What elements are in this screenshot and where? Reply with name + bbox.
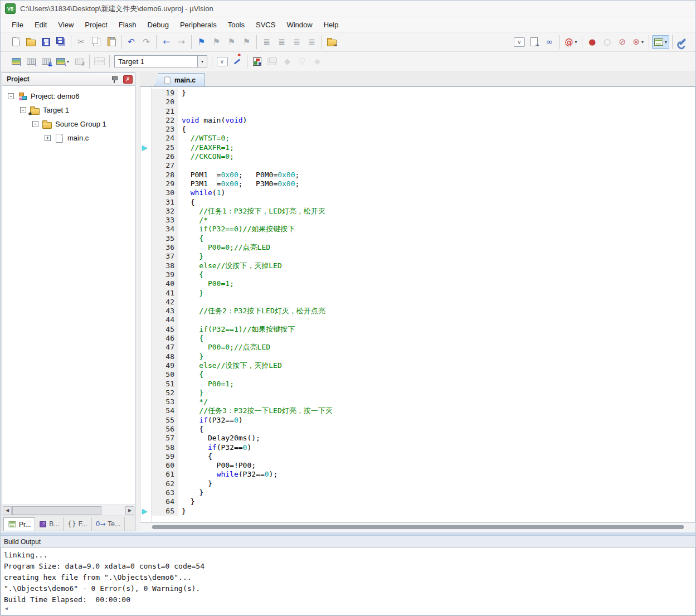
code-line: 41 }	[152, 289, 695, 298]
incremental-find-icon[interactable]: ∞	[542, 35, 556, 49]
tab-templates[interactable]: 0→Te...	[92, 517, 125, 531]
find-dialog-icon[interactable]: @▾	[562, 35, 579, 49]
menu-item-debug[interactable]: Debug	[142, 19, 174, 31]
rebuild-all-icon[interactable]	[39, 55, 53, 69]
line-number: 24	[152, 134, 178, 143]
redo-icon[interactable]: ↷	[139, 35, 153, 49]
configure-icon[interactable]	[675, 35, 689, 49]
menu-item-view[interactable]: View	[52, 19, 79, 31]
menu-item-project[interactable]: Project	[79, 19, 113, 31]
scroll-left-icon[interactable]: ◀	[3, 506, 12, 515]
tree-item-target-1[interactable]: -Target 1	[2, 103, 135, 117]
batch-build-icon[interactable]: ▾	[54, 55, 71, 69]
chevron-down-icon[interactable]: ▾	[575, 40, 577, 45]
menu-item-svcs[interactable]: SVCS	[250, 19, 281, 31]
navigate-forward-icon[interactable]: →	[174, 35, 188, 49]
disable-all-breakpoints-icon[interactable]: ⊘	[615, 35, 629, 49]
tab-templates-icon: 0→	[96, 521, 106, 527]
build-icon[interactable]	[24, 55, 38, 69]
tree-item-main-c[interactable]: +main.c	[2, 131, 135, 145]
insert-remove-breakpoint-icon[interactable]: ●	[585, 35, 599, 49]
stop-build-icon[interactable]	[72, 55, 86, 69]
chevron-down-icon[interactable]: ▾	[67, 59, 69, 64]
app-icon: V5	[5, 3, 16, 14]
tab-main-c[interactable]: main.c	[154, 73, 205, 86]
debug-windows-icon[interactable]	[265, 55, 279, 69]
target-select-combo[interactable]: Target 1▾	[114, 55, 207, 67]
line-number: 33	[152, 216, 178, 225]
line-number: 63	[152, 488, 178, 497]
paste-icon[interactable]	[104, 35, 118, 49]
vertical-splitter[interactable]	[135, 71, 140, 531]
code-text: Delay20ms();	[178, 434, 260, 443]
previous-bookmark-icon[interactable]: ⚑	[210, 35, 223, 49]
cut-icon[interactable]: ✂	[74, 35, 88, 49]
find-in-files-icon[interactable]	[325, 35, 339, 49]
project-hscrollbar[interactable]: ◀ ▶	[2, 505, 135, 516]
tab-project[interactable]: Pr...	[3, 517, 35, 531]
current-window-list-icon[interactable]: ▾	[652, 35, 669, 49]
comment-selection-icon[interactable]: ≣	[290, 35, 304, 49]
uncomment-selection-icon[interactable]: ≣	[305, 35, 319, 49]
chevron-down-icon[interactable]: ▾	[665, 40, 667, 45]
copy-icon[interactable]	[89, 35, 103, 49]
code-line: 50 {	[152, 370, 695, 379]
menu-item-edit[interactable]: Edit	[29, 19, 52, 31]
new-file-icon[interactable]	[9, 35, 23, 49]
start-stop-debug-icon[interactable]	[250, 55, 264, 69]
tree-expander-icon[interactable]: -	[32, 121, 38, 127]
enable-disable-breakpoint-icon[interactable]: ○	[600, 35, 614, 49]
code-text: }	[178, 352, 203, 361]
unindent-icon[interactable]: ≣	[275, 35, 289, 49]
open-file-icon[interactable]	[24, 35, 38, 49]
kernel-objects-icon[interactable]: ◆	[280, 55, 294, 69]
clear-bookmarks-icon[interactable]: ⚑	[240, 35, 254, 49]
build-output-hscrollbar[interactable]: ◀	[4, 605, 695, 611]
indent-icon[interactable]: ≣	[260, 35, 274, 49]
line-number: 39	[152, 270, 178, 279]
menu-item-window[interactable]: Window	[281, 19, 318, 31]
kill-all-breakpoints-icon[interactable]: ⊗▾	[630, 35, 646, 49]
find-text-combo[interactable]	[512, 35, 526, 49]
menu-item-peripherals[interactable]: Peripherals	[174, 19, 222, 31]
menu-item-help[interactable]: Help	[318, 19, 344, 31]
scroll-thumb[interactable]	[152, 525, 684, 529]
insert-bookmark-icon[interactable]: ⚑	[194, 35, 208, 49]
tab-functions[interactable]: {}F...	[64, 517, 91, 531]
navigate-back-icon[interactable]: ←	[159, 35, 173, 49]
chevron-down-icon[interactable]: ▾	[641, 40, 644, 45]
target-select-value[interactable]: Target 1	[114, 55, 198, 67]
manage-check-combo[interactable]	[215, 55, 229, 69]
find-in-document-icon[interactable]	[527, 35, 541, 49]
code-editor[interactable]: ▶▶ 19}202122void main(void)23{24 //WTST=…	[140, 87, 695, 522]
download-icon[interactable]	[93, 55, 106, 69]
tree-item-source-group-1[interactable]: -Source Group 1	[2, 117, 135, 131]
chevron-down-icon[interactable]: ▾	[198, 55, 207, 67]
analysis-funnel-icon[interactable]: ▽	[295, 55, 309, 69]
build-output-body[interactable]: linking...Program Size: data=9.0 xdata=0…	[1, 548, 695, 615]
save-all-icon[interactable]	[54, 35, 68, 49]
editor-margin[interactable]: ▶▶	[140, 87, 152, 522]
scroll-thumb[interactable]	[12, 506, 101, 515]
tree-item-label: Source Group 1	[55, 120, 106, 128]
horizontal-splitter[interactable]	[1, 531, 695, 536]
save-icon[interactable]	[39, 35, 53, 49]
undo-icon[interactable]: ↶	[124, 35, 138, 49]
tree-expander-icon[interactable]: -	[20, 107, 26, 113]
tab-books[interactable]: B...	[35, 517, 64, 531]
memory-windows-icon[interactable]: ◈	[310, 55, 324, 69]
menu-item-tools[interactable]: Tools	[222, 19, 250, 31]
tree-expander-icon[interactable]: -	[8, 93, 14, 99]
next-bookmark-icon[interactable]: ⚑	[225, 35, 239, 49]
pin-icon[interactable]	[109, 74, 119, 84]
tree-expander-icon[interactable]: +	[45, 135, 51, 141]
menu-item-file[interactable]: File	[6, 19, 29, 31]
options-for-target-icon[interactable]	[230, 55, 244, 69]
editor-hscrollbar[interactable]	[140, 522, 695, 531]
translate-file-icon[interactable]	[9, 55, 23, 69]
close-icon[interactable]: ✗	[123, 75, 133, 84]
editor-area: main.c ▶▶ 19}202122void main(void)23{24 …	[140, 72, 695, 531]
scroll-right-icon[interactable]: ▶	[125, 506, 134, 515]
tree-item-project-demo6[interactable]: -Project: demo6	[2, 89, 135, 103]
menu-item-flash[interactable]: Flash	[113, 19, 142, 31]
